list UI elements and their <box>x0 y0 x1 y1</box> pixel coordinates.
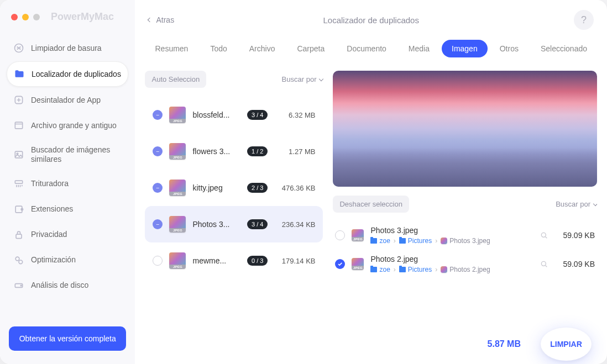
shredder-icon <box>13 178 24 189</box>
tab-summary[interactable]: Resumen <box>145 40 198 57</box>
group-row[interactable]: − JPEG Photos 3... 3 / 4 236.34 KB <box>145 206 323 242</box>
sidebar-item-label: Trituradora <box>31 179 69 188</box>
sidebar-item-label: Buscador de imágenes similares <box>31 145 122 164</box>
deselect-button[interactable]: Deshacer seleccion <box>333 196 409 213</box>
duplicate-row[interactable]: JPEG Photos 3.jpeg zoe › Pictures › Phot… <box>333 221 597 249</box>
tab-file[interactable]: Archivo <box>239 40 285 57</box>
nav: Limpiador de basura Localizador de dupli… <box>0 23 135 299</box>
folder-icon <box>370 238 377 244</box>
group-list-header: Auto Seleccion Buscar por <box>145 71 323 88</box>
maximize-icon[interactable] <box>33 14 40 20</box>
sidebar-item-shredder[interactable]: Trituradora <box>7 172 128 196</box>
folder-icon <box>399 267 406 272</box>
duplicate-row[interactable]: JPEG Photos 2.jpeg zoe › Pictures › Phot… <box>333 250 597 278</box>
sidebar-item-optimization[interactable]: Optimización <box>7 248 128 272</box>
tab-document[interactable]: Documento <box>337 40 396 57</box>
group-row[interactable]: − JPEG kitty.jpeg 2 / 3 476.36 KB <box>145 170 323 206</box>
file-name: Photos 2.jpeg <box>370 255 533 263</box>
checkbox-icon[interactable]: − <box>153 219 163 229</box>
svg-point-9 <box>15 257 19 261</box>
checkbox-icon[interactable] <box>153 256 163 266</box>
optimize-icon <box>13 255 24 266</box>
sort-by-label: Buscar por <box>556 200 590 208</box>
sidebar-item-privacy[interactable]: Privacidad <box>7 223 128 247</box>
sidebar-item-similar-images[interactable]: Buscador de imágenes similares <box>7 139 128 171</box>
auto-select-button[interactable]: Auto Seleccion <box>145 71 206 88</box>
file-name: blossfeld... <box>192 110 240 119</box>
svg-rect-3 <box>15 151 22 158</box>
trash-icon <box>13 43 24 54</box>
help-button[interactable]: ? <box>574 10 594 30</box>
get-full-version-button[interactable]: Obtener la versión completa <box>9 326 126 351</box>
svg-point-14 <box>541 261 546 266</box>
file-thumbnail: JPEG <box>352 229 364 241</box>
sidebar-item-label: Optimización <box>31 255 76 265</box>
chevron-left-icon <box>148 18 152 22</box>
box-icon <box>13 120 24 131</box>
file-name: Photos 3... <box>192 220 240 229</box>
svg-rect-8 <box>16 234 22 239</box>
file-thumbnail: JPEG <box>169 252 186 269</box>
puzzle-icon <box>13 204 24 215</box>
reveal-icon[interactable] <box>540 231 548 240</box>
count-badge: 2 / 3 <box>247 183 268 193</box>
close-icon[interactable] <box>11 14 18 20</box>
file-size: 59.09 KB <box>555 231 595 240</box>
sidebar-item-label: Limpiador de basura <box>31 44 102 53</box>
detail-header: Deshacer seleccion Buscar por <box>333 196 597 213</box>
svg-point-12 <box>20 285 22 286</box>
sidebar-item-large-old-files[interactable]: Archivo grande y antiguo <box>7 113 128 138</box>
sidebar-item-extensions[interactable]: Extensiones <box>7 197 128 221</box>
sidebar-item-junk-cleaner[interactable]: Limpiador de basura <box>7 36 128 60</box>
topbar: Atras Localizador de duplicados ? <box>135 0 607 40</box>
chevron-down-icon <box>319 76 323 81</box>
back-label: Atras <box>156 15 174 24</box>
total-size: 5.87 MB <box>488 339 521 349</box>
tab-media[interactable]: Media <box>399 40 439 57</box>
count-badge: 1 / 2 <box>247 146 268 156</box>
file-thumbnail: JPEG <box>352 258 364 270</box>
svg-point-13 <box>541 233 546 237</box>
group-row[interactable]: − JPEG flowers 3... 1 / 2 1.27 MB <box>145 133 323 170</box>
tab-selected[interactable]: Seleccionado <box>531 40 597 57</box>
sidebar-item-label: Archivo grande y antiguo <box>31 121 117 130</box>
sidebar-item-label: Extensiones <box>31 204 73 214</box>
svg-rect-2 <box>15 122 22 129</box>
reveal-icon[interactable] <box>540 260 548 268</box>
group-row[interactable]: − JPEG blossfeld... 3 / 4 6.32 MB <box>145 97 323 133</box>
file-size: 1.27 MB <box>274 147 315 156</box>
tab-all[interactable]: Todo <box>200 40 237 57</box>
checkbox-icon[interactable]: − <box>153 183 163 193</box>
checkbox-icon[interactable] <box>335 230 345 240</box>
group-row[interactable]: JPEG mewme... 0 / 3 179.14 KB <box>145 242 323 279</box>
sidebar-item-duplicate-finder[interactable]: Localizador de duplicados <box>7 61 128 87</box>
app-title: PowerMyMac <box>51 11 114 23</box>
checkbox-icon[interactable]: − <box>153 146 163 156</box>
file-path: zoe › Pictures › Photos 3.jpeg <box>370 237 533 245</box>
lock-icon <box>13 229 24 240</box>
sidebar-item-disk-analysis[interactable]: Análisis de disco <box>7 273 128 298</box>
page-title: Localizador de duplicados <box>323 15 419 25</box>
clean-button[interactable]: LIMPIAR <box>541 328 592 361</box>
image-icon <box>13 149 24 160</box>
file-size: 476.36 KB <box>274 184 315 192</box>
checkbox-icon[interactable] <box>335 259 345 269</box>
file-size: 59.09 KB <box>555 260 595 268</box>
detail-sort-button[interactable]: Buscar por <box>556 200 597 208</box>
sidebar-item-label: Privacidad <box>31 230 67 239</box>
tab-others[interactable]: Otros <box>490 40 528 57</box>
sidebar-item-app-uninstaller[interactable]: Desintalador de App <box>7 88 128 112</box>
back-button[interactable]: Atras <box>148 15 174 24</box>
tab-image[interactable]: Imagen <box>442 40 488 57</box>
sort-by-label: Buscar por <box>282 75 317 83</box>
sort-by-button[interactable]: Buscar por <box>282 75 323 83</box>
checkbox-icon[interactable]: − <box>153 110 163 120</box>
disk-icon <box>13 280 24 291</box>
sidebar-item-label: Localizador de duplicados <box>32 70 121 79</box>
minimize-icon[interactable] <box>22 14 29 20</box>
detail-pane: Deshacer seleccion Buscar por JPEG Photo… <box>333 71 597 324</box>
chevron-down-icon <box>593 201 597 205</box>
file-name: flowers 3... <box>192 147 240 156</box>
duplicate-info: Photos 3.jpeg zoe › Pictures › Photos 3.… <box>370 226 533 245</box>
tab-folder[interactable]: Carpeta <box>287 40 334 57</box>
